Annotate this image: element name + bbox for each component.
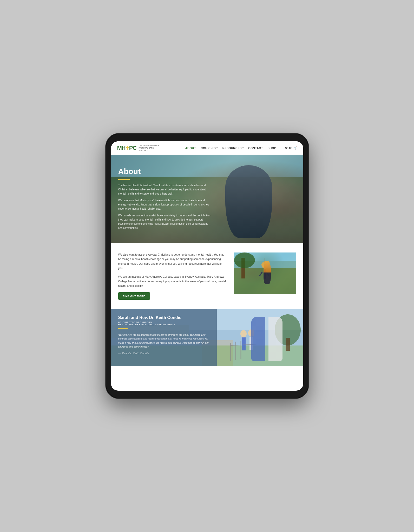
nav-shop[interactable]: SHOP bbox=[268, 147, 276, 150]
testimonial-section: Sarah and Rev. Dr. Keith Condie CO-DIREC… bbox=[111, 309, 303, 366]
tablet-frame: MH✝PC THE MENTAL HEALTH + PASTORAL CARE … bbox=[106, 134, 308, 398]
resources-chevron-icon: ▾ bbox=[242, 147, 244, 149]
hero-title: About bbox=[118, 167, 211, 176]
svg-rect-17 bbox=[286, 338, 290, 351]
hero-paragraph-1: The Mental Health & Pastoral Care Instit… bbox=[118, 183, 211, 196]
testimonial-title-1: CO-DIRECTORS/FOUNDERS bbox=[118, 321, 209, 323]
testimonial-title-2: MENTAL HEALTH & PASTORAL CARE INSTITUTE bbox=[118, 323, 209, 326]
testimonial-divider bbox=[118, 328, 128, 329]
testimonial-name: Sarah and Rev. Dr. Keith Condie bbox=[118, 315, 209, 320]
middle-section: We also want to assist everyday Christia… bbox=[111, 243, 303, 309]
logo: MH✝PC bbox=[117, 145, 137, 151]
svg-point-20 bbox=[248, 329, 254, 337]
nav-resources[interactable]: RESOURCES ▾ bbox=[222, 147, 244, 150]
middle-text: We also want to assist everyday Christia… bbox=[118, 252, 226, 300]
hero-divider bbox=[118, 179, 130, 180]
middle-image bbox=[234, 252, 296, 294]
hero-paragraph-2: We recognise that Ministry staff have mu… bbox=[118, 198, 211, 211]
middle-paragraph-1: We also want to assist everyday Christia… bbox=[118, 252, 226, 270]
cart-area[interactable]: $0.00 🛒 bbox=[285, 146, 297, 150]
hero-paragraph-3: We provide resources that assist those i… bbox=[118, 214, 211, 230]
svg-point-18 bbox=[240, 330, 247, 337]
svg-rect-19 bbox=[242, 337, 246, 350]
testimonial-quote: "We draw on the great wisdom and guidanc… bbox=[118, 333, 209, 349]
middle-image-svg bbox=[234, 252, 296, 294]
testimonial-overlay: Sarah and Rev. Dr. Keith Condie CO-DIREC… bbox=[111, 309, 217, 366]
svg-point-4 bbox=[262, 261, 268, 269]
svg-point-3 bbox=[234, 252, 255, 268]
nav-contact[interactable]: CONTACT bbox=[248, 147, 263, 150]
logo-brand: MH✝PC bbox=[117, 145, 137, 151]
cart-icon: 🛒 bbox=[293, 146, 297, 150]
hero-section: About The Mental Health & Pastoral Care … bbox=[111, 155, 303, 243]
logo-subtitle: THE MENTAL HEALTH + PASTORAL CARE INSTIT… bbox=[139, 144, 159, 151]
svg-rect-5 bbox=[264, 269, 266, 279]
svg-rect-21 bbox=[249, 337, 253, 350]
tablet-screen: MH✝PC THE MENTAL HEALTH + PASTORAL CARE … bbox=[111, 141, 303, 391]
find-out-more-button[interactable]: FIND OUT MORE bbox=[118, 292, 150, 300]
nav-links: ABOUT COURSES ▾ RESOURCES ▾ CONTACT SHOP bbox=[185, 146, 297, 150]
middle-paragraph-2: We are an Institute of Mary Andrews Coll… bbox=[118, 275, 226, 288]
nav-about[interactable]: ABOUT bbox=[185, 147, 196, 150]
nav-courses[interactable]: COURSES ▾ bbox=[201, 147, 218, 150]
navbar: MH✝PC THE MENTAL HEALTH + PASTORAL CARE … bbox=[111, 141, 303, 155]
svg-line-9 bbox=[265, 264, 269, 269]
courses-chevron-icon: ▾ bbox=[216, 147, 218, 149]
testimonial-signature: — Rev. Dr. Keith Condie bbox=[118, 352, 209, 355]
svg-line-7 bbox=[266, 272, 269, 276]
hero-content: About The Mental Health & Pastoral Care … bbox=[118, 167, 211, 233]
logo-area[interactable]: MH✝PC THE MENTAL HEALTH + PASTORAL CARE … bbox=[117, 144, 160, 151]
